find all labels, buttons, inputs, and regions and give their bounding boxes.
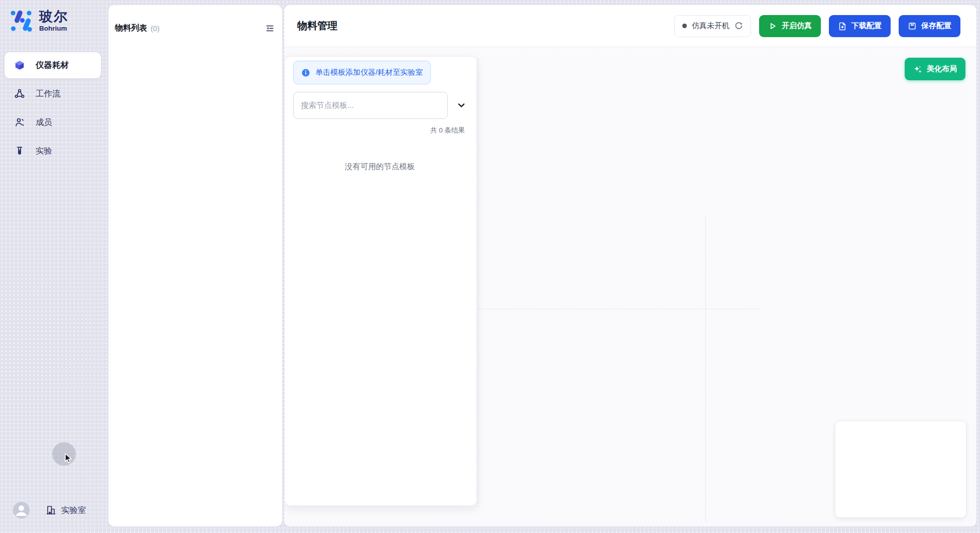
node-template-panel: 单击模板添加仪器/耗材至实验室 共 0 条结果 没有可用的节点模板: [284, 56, 477, 506]
sidebar-item-label: 成员: [36, 117, 52, 128]
workflow-icon: [14, 88, 25, 99]
template-search-input[interactable]: [293, 92, 448, 119]
building-icon: [45, 505, 57, 515]
play-icon: [768, 22, 777, 31]
download-config-button[interactable]: 下载配置: [829, 15, 891, 37]
status-label: 仿真未开机: [692, 21, 729, 31]
sparkles-icon: [913, 65, 922, 74]
sidebar-item-label: 实验: [36, 146, 52, 157]
info-icon: [301, 68, 310, 77]
material-list-header: 物料列表 (0): [108, 5, 282, 34]
members-icon: [14, 117, 25, 128]
chevron-down-icon[interactable]: [456, 100, 466, 110]
sidebar-footer-label: 实验室: [61, 505, 86, 516]
brand-logo: 玻尔 Bohrium: [10, 9, 68, 33]
avatar[interactable]: [13, 502, 30, 518]
empty-templates-message: 没有可用的节点模板: [293, 162, 466, 172]
template-hint-text: 单击模板添加仪器/耗材至实验室: [315, 68, 423, 77]
bohrium-logo-icon: [10, 9, 33, 33]
sidebar-item-label: 仪器耗材: [36, 60, 69, 71]
minimap[interactable]: [835, 421, 966, 518]
sidebar-item-experiment[interactable]: 实验: [5, 138, 101, 164]
page-title: 物料管理: [297, 19, 337, 33]
save-config-button[interactable]: 保存配置: [899, 15, 960, 37]
simulation-status-pill[interactable]: 仿真未开机: [674, 15, 751, 37]
start-simulation-button[interactable]: 开启仿真: [759, 15, 821, 37]
sidebar-item-instruments[interactable]: 仪器耗材: [5, 52, 101, 78]
canvas-guide-vertical: [478, 58, 478, 507]
sidebar-menu: 仪器耗材 工作流 成员: [5, 52, 101, 167]
material-list-count: (0): [151, 25, 160, 33]
cube-icon: [14, 60, 25, 71]
file-download-icon: [838, 22, 847, 31]
brand-name-zh: 玻尔: [39, 10, 68, 24]
main-header: 物料管理 仿真未开机 开启仿真: [284, 5, 976, 47]
collapse-panel-icon[interactable]: [265, 24, 275, 33]
sidebar-item-label: 工作流: [36, 88, 61, 99]
material-list-panel: 物料列表 (0): [108, 5, 282, 526]
experiment-icon: [14, 146, 25, 157]
beautify-layout-button[interactable]: 美化布局: [905, 58, 965, 80]
canvas-guide-vertical: [705, 216, 706, 522]
refresh-icon[interactable]: [734, 22, 743, 30]
canvas-guide-horizontal: [478, 309, 759, 309]
save-icon: [908, 22, 917, 31]
template-hint-banner: 单击模板添加仪器/耗材至实验室: [293, 61, 431, 84]
brand-name-en: Bohrium: [39, 25, 68, 32]
sidebar-item-laboratory[interactable]: 实验室: [45, 505, 86, 516]
results-count: 共 0 条结果: [293, 126, 466, 135]
sidebar-item-members[interactable]: 成员: [5, 109, 101, 136]
sidebar-item-workflow[interactable]: 工作流: [5, 81, 101, 107]
material-list-title: 物料列表: [115, 23, 147, 34]
mouse-cursor: [65, 453, 77, 466]
main-panel: 物料管理 仿真未开机 开启仿真: [284, 5, 976, 526]
layout-canvas[interactable]: 单击模板添加仪器/耗材至实验室 共 0 条结果 没有可用的节点模板: [284, 47, 976, 526]
sidebar-footer: 实验室: [13, 502, 86, 518]
status-dot-icon: [682, 24, 687, 28]
